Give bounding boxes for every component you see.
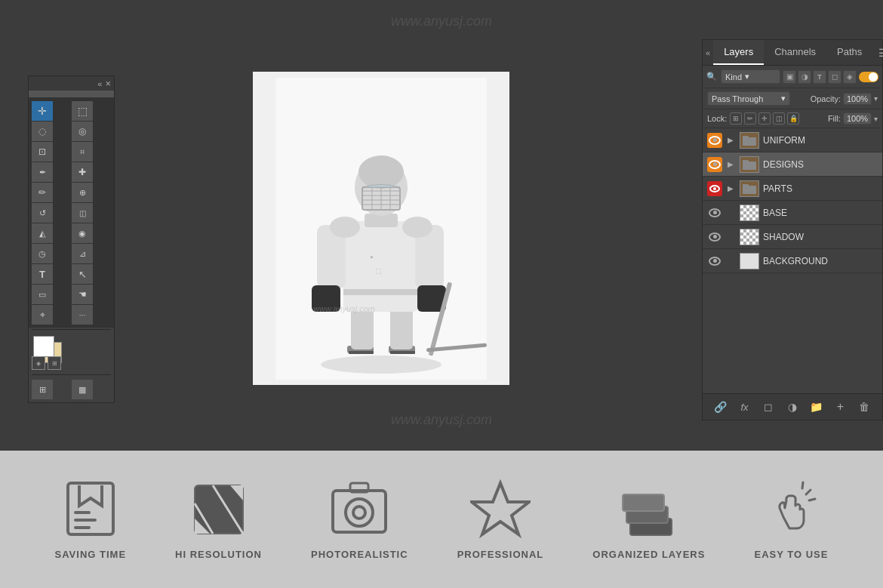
layer-background[interactable]: ▶ BACKGROUND [703, 249, 882, 273]
svg-rect-9 [343, 289, 419, 295]
tool-extra-2[interactable]: ▦ [72, 380, 93, 399]
svg-text:●: ● [370, 254, 374, 260]
layer-thumb-designs [740, 156, 759, 173]
opacity-dropdown-icon[interactable]: ▾ [874, 94, 878, 103]
layer-expand-parts[interactable]: ▶ [725, 184, 736, 192]
svg-rect-36 [743, 186, 756, 194]
panel-collapse-btn[interactable]: « [706, 48, 710, 57]
layers-mask-btn[interactable]: ◻ [760, 399, 777, 415]
layer-designs[interactable]: ▶ DESIGNS [703, 152, 882, 177]
filter-text-btn[interactable]: T [813, 70, 826, 84]
tool-marquee[interactable]: ⬚ [72, 101, 93, 121]
tool-quick-select[interactable]: ◎ [72, 122, 93, 141]
layers-link-btn[interactable]: 🔗 [712, 399, 729, 415]
tab-layers[interactable]: Layers [713, 40, 764, 65]
toolbox-ruler [29, 91, 114, 98]
layers-delete-btn[interactable]: 🗑 [856, 399, 872, 415]
layer-eye-parts[interactable] [707, 181, 722, 196]
tool-history[interactable]: ↺ [32, 203, 53, 223]
tool-eyedropper[interactable]: ✒ [32, 162, 53, 182]
tool-more[interactable]: ··· [72, 305, 93, 325]
tool-crop[interactable]: ⊡ [32, 142, 53, 162]
tool-hand[interactable]: ☚ [72, 285, 93, 304]
toolbox-close-btn[interactable]: × [105, 78, 111, 89]
toolbox-collapse-btn[interactable]: « [97, 79, 102, 88]
tool-dodge[interactable]: ◷ [32, 244, 53, 263]
svg-text:□: □ [376, 266, 381, 276]
blend-mode-select[interactable]: Pass Through ▾ [707, 91, 790, 106]
tool-shape[interactable]: ▭ [32, 285, 53, 304]
layers-folder-btn[interactable]: 📁 [808, 399, 825, 415]
filter-toggle[interactable] [859, 72, 878, 82]
fill-dropdown-icon[interactable]: ▾ [874, 115, 878, 123]
feature-organized-layers: ORGANIZED LAYERS [592, 479, 705, 560]
lock-all-btn[interactable]: 🔒 [787, 112, 799, 125]
layer-thumb-base [740, 205, 759, 221]
svg-rect-40 [74, 519, 97, 522]
blend-mode-value: Pass Through [712, 94, 763, 103]
lock-label: Lock: [707, 114, 727, 123]
layer-expand-designs[interactable]: ▶ [725, 160, 736, 168]
feature-label-easy-to-use: EASY TO USE [754, 549, 828, 560]
lock-image-btn[interactable]: ✏ [744, 112, 756, 125]
tools-grid: ✛ ⬚ ◌ ◎ ⊡ ⌗ ✒ ✚ ✏ ⊕ ↺ ◫ ◭ ◉ ◷ ⊿ T ↖ ▭ ☚ … [29, 98, 114, 328]
layers-fx-btn[interactable]: fx [737, 399, 753, 415]
layer-parts[interactable]: ▶ PARTS [703, 177, 882, 201]
fill-input[interactable]: 100% [843, 112, 872, 125]
lock-artboard-btn[interactable]: ◫ [773, 112, 785, 125]
svg-point-27 [330, 217, 360, 238]
tool-pen[interactable]: ⊿ [72, 244, 93, 263]
tab-paths[interactable]: Paths [826, 40, 872, 65]
layer-base[interactable]: ▶ BASE [703, 201, 882, 225]
quick-mask-btn[interactable]: ◈ [32, 356, 45, 370]
tool-zoom[interactable]: ⌖ [32, 305, 53, 325]
tool-blur[interactable]: ◉ [72, 223, 93, 243]
layer-eye-designs[interactable] [707, 157, 722, 172]
layer-expand-uniform[interactable]: ▶ [725, 136, 736, 144]
tool-eraser[interactable]: ◫ [72, 203, 93, 223]
professional-icon [470, 479, 531, 540]
change-screen-btn[interactable]: ⊞ [48, 356, 61, 370]
tool-lasso[interactable]: ◌ [32, 122, 53, 141]
layers-adjustment-btn[interactable]: ◑ [784, 399, 801, 415]
layer-eye-background[interactable] [707, 254, 722, 269]
saving-time-icon [60, 479, 121, 540]
tool-path-select[interactable]: ↖ [72, 264, 93, 284]
feature-easy-to-use: EASY TO USE [754, 479, 828, 560]
tool-move[interactable]: ✛ [32, 101, 53, 121]
opacity-row: Opacity: 100% ▾ [811, 93, 878, 105]
svg-rect-37 [743, 184, 749, 186]
opacity-input[interactable]: 100% [843, 93, 872, 105]
filter-adj-btn[interactable]: ◑ [798, 70, 811, 84]
layer-thumb-shadow [740, 229, 759, 245]
filter-pixel-btn[interactable]: ▣ [783, 70, 796, 84]
foreground-color-swatch[interactable] [33, 336, 54, 357]
tool-slice[interactable]: ⌗ [72, 142, 93, 162]
tool-gradient[interactable]: ◭ [32, 223, 53, 243]
tool-stamp[interactable]: ⊕ [72, 183, 93, 202]
feature-label-organized-layers: ORGANIZED LAYERS [592, 549, 705, 560]
tool-text[interactable]: T [32, 264, 53, 284]
layer-eye-uniform[interactable] [707, 133, 722, 148]
tab-channels[interactable]: Channels [764, 40, 826, 65]
layer-thumb-background [740, 253, 759, 269]
kind-select[interactable]: Kind ▾ [721, 69, 780, 84]
lock-transparent-btn[interactable]: ⊞ [730, 112, 742, 125]
easy-to-use-icon [761, 479, 821, 540]
tool-brush[interactable]: ✏ [32, 183, 53, 202]
tool-healing[interactable]: ✚ [72, 162, 93, 182]
layers-new-btn[interactable]: + [832, 399, 848, 415]
filter-shape-btn[interactable]: ◻ [828, 70, 841, 84]
layer-eye-base[interactable] [707, 205, 722, 220]
svg-line-55 [806, 490, 811, 494]
layers-bottom-bar: 🔗 fx ◻ ◑ 📁 + 🗑 [703, 393, 882, 420]
tool-extra-1[interactable]: ⊞ [32, 380, 53, 399]
layer-shadow[interactable]: ▶ SHADOW [703, 225, 882, 249]
lock-position-btn[interactable]: ✛ [758, 112, 771, 125]
toolbox-bottom: ⊞ ▦ [29, 377, 114, 402]
filter-smart-btn[interactable]: ◈ [843, 70, 857, 84]
layer-uniform[interactable]: ▶ UNIFORM [703, 128, 882, 152]
hi-resolution-icon [189, 479, 249, 540]
panel-menu-btn[interactable]: ☰ [872, 40, 883, 65]
layer-eye-shadow[interactable] [707, 229, 722, 245]
